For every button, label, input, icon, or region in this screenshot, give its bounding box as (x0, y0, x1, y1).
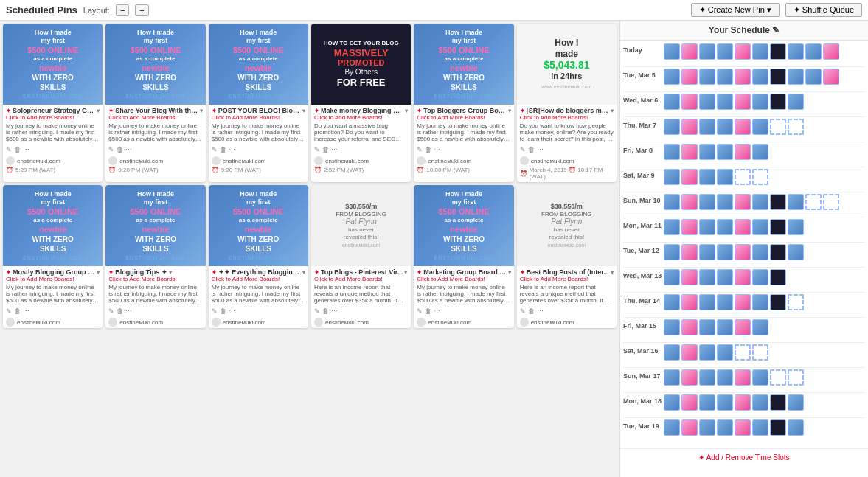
pin-add-boards-6[interactable]: Click to Add More Boards! (6, 276, 100, 282)
schedule-slot-0-1[interactable] (681, 43, 698, 60)
schedule-slot-8-5[interactable] (752, 244, 768, 260)
schedule-slot-11-5[interactable] (752, 319, 768, 335)
schedule-slot-0-6[interactable] (770, 43, 786, 60)
pin-card-10[interactable]: How I mademy first $500 ONLINE as a comp… (414, 185, 513, 328)
schedule-slot-1-4[interactable] (735, 69, 751, 85)
schedule-slot-15-4[interactable] (735, 419, 751, 436)
pin-more-icon-10[interactable]: ⋯ (434, 307, 440, 315)
schedule-slot-7-1[interactable] (681, 219, 698, 235)
schedule-slot-1-3[interactable] (717, 69, 733, 85)
pin-more-icon-3[interactable]: ⋯ (331, 146, 338, 153)
pin-add-boards-2[interactable]: Click to Add More Boards! (212, 114, 305, 121)
schedule-slot-1-6[interactable] (770, 69, 786, 85)
schedule-slot-4-2[interactable] (699, 144, 715, 160)
pin-more-icon-1[interactable]: ⋯ (125, 146, 132, 153)
schedule-slot-4-1[interactable] (681, 144, 698, 160)
schedule-slot-15-2[interactable] (699, 419, 715, 436)
schedule-slot-5-4[interactable] (735, 169, 751, 185)
schedule-slot-4-4[interactable] (735, 144, 751, 160)
schedule-slot-10-3[interactable] (717, 294, 733, 310)
schedule-slot-6-9[interactable] (823, 194, 839, 210)
schedule-slot-6-4[interactable] (735, 194, 751, 210)
pin-more-icon-2[interactable]: ⋯ (229, 146, 235, 153)
schedule-slot-3-4[interactable] (735, 119, 751, 135)
pin-edit-icon-2[interactable]: ✎ (212, 146, 218, 153)
layout-decrease-button[interactable]: − (116, 4, 129, 16)
schedule-slot-3-1[interactable] (681, 119, 698, 135)
shuffle-queue-button[interactable]: ✦ Shuffle Queue (785, 3, 862, 17)
pin-edit-icon-6[interactable]: ✎ (6, 307, 12, 315)
schedule-slot-4-0[interactable] (664, 144, 680, 160)
schedule-slot-9-5[interactable] (752, 269, 768, 285)
pin-add-boards-9[interactable]: Click to Add More Boards! (314, 276, 408, 282)
schedule-slot-13-4[interactable] (735, 369, 751, 386)
schedule-slot-11-2[interactable] (699, 319, 715, 335)
pin-delete-icon-2[interactable]: 🗑 (220, 146, 226, 153)
schedule-slot-15-7[interactable] (788, 419, 804, 436)
schedule-slot-11-0[interactable] (664, 319, 680, 335)
schedule-slot-3-0[interactable] (664, 119, 680, 135)
pin-card-1[interactable]: How I mademy first $500 ONLINE as a comp… (105, 24, 205, 182)
schedule-slot-6-6[interactable] (770, 194, 786, 210)
schedule-slot-7-6[interactable] (770, 219, 786, 235)
pin-edit-icon-1[interactable]: ✎ (108, 146, 114, 153)
add-remove-slots[interactable]: ✦ Add / Remove Time Slots (620, 448, 868, 466)
schedule-slot-11-3[interactable] (717, 319, 733, 335)
schedule-slot-14-4[interactable] (735, 394, 751, 411)
pin-edit-icon-5[interactable]: ✎ (520, 146, 526, 153)
schedule-slot-9-1[interactable] (681, 269, 698, 285)
schedule-slot-1-5[interactable] (752, 69, 768, 85)
schedule-slot-2-4[interactable] (735, 94, 751, 110)
schedule-slot-4-3[interactable] (717, 144, 733, 160)
pin-delete-icon-9[interactable]: 🗑 (322, 307, 329, 315)
schedule-slot-8-1[interactable] (681, 244, 698, 260)
schedule-slot-10-4[interactable] (735, 294, 751, 310)
pin-more-icon-0[interactable]: ⋯ (23, 146, 29, 153)
schedule-slot-12-1[interactable] (681, 344, 698, 361)
pin-delete-icon-10[interactable]: 🗑 (425, 307, 431, 315)
schedule-slot-3-7[interactable] (788, 119, 804, 135)
schedule-slot-14-7[interactable] (788, 394, 804, 411)
pin-add-boards-7[interactable]: Click to Add More Boards! (108, 276, 202, 282)
schedule-slot-5-1[interactable] (681, 169, 698, 185)
pin-add-boards-3[interactable]: Click to Add More Boards! (314, 114, 408, 121)
schedule-slot-10-7[interactable] (788, 294, 804, 310)
schedule-slot-6-1[interactable] (681, 194, 698, 210)
schedule-slot-0-9[interactable] (823, 43, 839, 60)
pin-card-5[interactable]: How Imade $5,043.81 in 24hrs www.enstinе… (517, 24, 617, 182)
pin-more-icon-8[interactable]: ⋯ (229, 307, 235, 315)
schedule-slot-9-0[interactable] (664, 269, 680, 285)
schedule-slot-12-4[interactable] (735, 344, 751, 361)
schedule-slot-0-5[interactable] (752, 43, 768, 60)
schedule-slot-2-5[interactable] (752, 94, 768, 110)
schedule-slot-15-0[interactable] (664, 419, 680, 436)
pin-edit-icon-9[interactable]: ✎ (314, 307, 320, 315)
pin-more-icon-7[interactable]: ⋯ (125, 307, 132, 315)
schedule-slot-0-7[interactable] (788, 43, 804, 60)
schedule-slot-5-3[interactable] (717, 169, 733, 185)
schedule-slot-1-8[interactable] (805, 69, 822, 85)
schedule-slot-8-0[interactable] (664, 244, 680, 260)
pin-card-7[interactable]: How I mademy first $500 ONLINE as a comp… (105, 185, 205, 328)
pin-add-boards-4[interactable]: Click to Add More Boards! (417, 114, 510, 121)
pin-edit-icon-4[interactable]: ✎ (417, 146, 423, 153)
pin-card-4[interactable]: How I mademy first $500 ONLINE as a comp… (414, 24, 513, 182)
pin-delete-icon-0[interactable]: 🗑 (14, 146, 21, 153)
schedule-slot-13-5[interactable] (752, 369, 768, 386)
pin-add-boards-11[interactable]: Click to Add More Boards! (520, 276, 614, 282)
pin-add-boards-8[interactable]: Click to Add More Boards! (212, 276, 305, 282)
schedule-slot-4-5[interactable] (752, 144, 768, 160)
pin-edit-icon-11[interactable]: ✎ (520, 307, 526, 315)
schedule-slot-3-5[interactable] (752, 119, 768, 135)
pin-card-0[interactable]: How I mademy first $500 ONLINE as a comp… (3, 24, 103, 182)
schedule-slot-15-6[interactable] (770, 419, 786, 436)
schedule-slot-13-1[interactable] (681, 369, 698, 386)
schedule-slot-0-4[interactable] (735, 43, 751, 60)
pin-card-6[interactable]: How I mademy first $500 ONLINE as a comp… (3, 185, 103, 328)
schedule-slot-8-3[interactable] (717, 244, 733, 260)
pin-delete-icon-5[interactable]: 🗑 (528, 146, 535, 153)
schedule-slot-8-6[interactable] (770, 244, 786, 260)
schedule-slot-13-6[interactable] (770, 369, 786, 386)
schedule-slot-2-6[interactable] (770, 94, 786, 110)
schedule-slot-10-0[interactable] (664, 294, 680, 310)
